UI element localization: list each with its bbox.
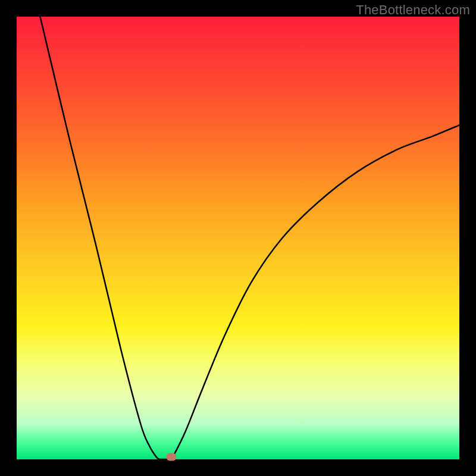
curve-right-branch xyxy=(171,125,459,459)
curve-layer xyxy=(17,17,459,459)
plot-area xyxy=(17,17,459,459)
chart-frame: TheBottleneck.com xyxy=(0,0,476,476)
watermark-text: TheBottleneck.com xyxy=(356,2,470,18)
optimum-marker xyxy=(167,453,177,461)
curve-left-branch xyxy=(40,17,160,459)
